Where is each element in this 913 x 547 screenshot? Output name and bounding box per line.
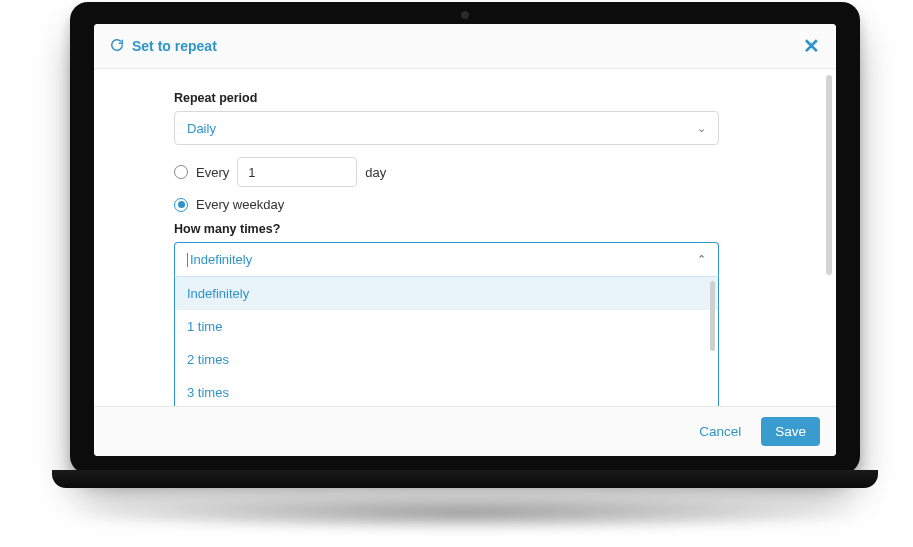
laptop-frame: Set to repeat ✕ Repeat period Daily ⌄ Ev… (70, 2, 860, 474)
dialog-header: Set to repeat ✕ (94, 24, 836, 69)
laptop-base (52, 470, 878, 488)
camera-dot (461, 11, 469, 19)
chevron-down-icon: ⌄ (697, 122, 706, 135)
dropdown-scrollbar[interactable] (710, 281, 715, 351)
how-many-value: Indefinitely (190, 252, 252, 267)
repeat-period-label: Repeat period (174, 91, 812, 105)
dialog-body: Repeat period Daily ⌄ Every day Every we… (94, 69, 836, 406)
repeat-period-value: Daily (187, 121, 216, 136)
dialog-window: Set to repeat ✕ Repeat period Daily ⌄ Ev… (94, 24, 836, 456)
text-caret (187, 253, 188, 267)
how-many-input[interactable]: Indefinitely ⌃ (174, 242, 719, 276)
scrollbar[interactable] (826, 75, 832, 275)
every-unit-label: day (365, 165, 386, 180)
radio-every-label: Every (196, 165, 229, 180)
dropdown-option[interactable]: 3 times (175, 376, 718, 406)
radio-weekday[interactable] (174, 198, 188, 212)
repeat-icon (110, 38, 124, 55)
every-count-input[interactable] (237, 157, 357, 187)
how-many-dropdown: Indefinitely 1 time 2 times 3 times 4 ti… (174, 276, 719, 406)
dropdown-option[interactable]: 1 time (175, 310, 718, 343)
dialog-footer: Cancel Save (94, 406, 836, 456)
cancel-button[interactable]: Cancel (689, 418, 751, 445)
radio-every-row: Every day (174, 157, 812, 187)
close-icon[interactable]: ✕ (803, 36, 820, 56)
save-button[interactable]: Save (761, 417, 820, 446)
radio-weekday-row: Every weekday (174, 197, 812, 212)
repeat-period-select[interactable]: Daily ⌄ (174, 111, 719, 145)
radio-weekday-label: Every weekday (196, 197, 284, 212)
laptop-shadow (70, 495, 860, 531)
chevron-up-icon: ⌃ (697, 253, 706, 266)
dropdown-option[interactable]: Indefinitely (175, 277, 718, 310)
how-many-combobox: Indefinitely ⌃ Indefinitely 1 time 2 tim… (174, 242, 719, 406)
dialog-title: Set to repeat (132, 38, 217, 54)
radio-every[interactable] (174, 165, 188, 179)
how-many-label: How many times? (174, 222, 812, 236)
dialog-title-wrap: Set to repeat (110, 38, 217, 55)
dropdown-option[interactable]: 2 times (175, 343, 718, 376)
